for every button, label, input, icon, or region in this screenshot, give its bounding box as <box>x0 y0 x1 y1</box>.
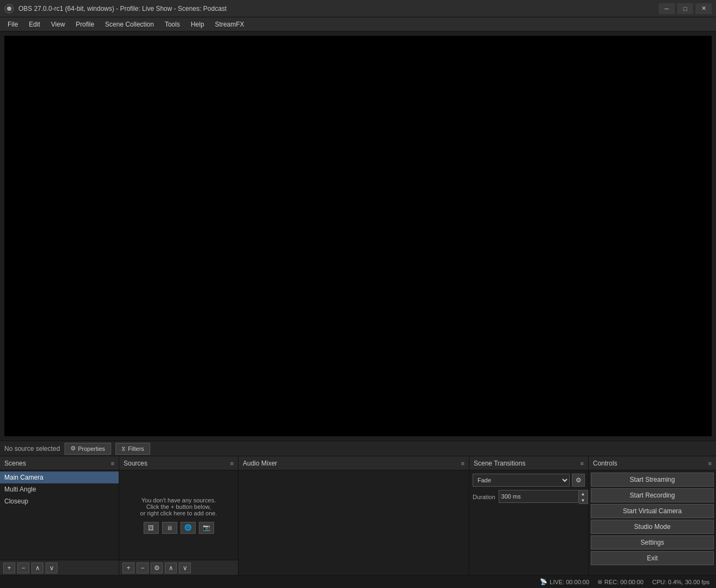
status-bar: 📡 LIVE: 00:00:00 REC: 00:00:00 CPU: 0.4%… <box>0 575 716 588</box>
app-icon <box>4 4 14 14</box>
window-controls: ─ □ ✕ <box>659 3 712 14</box>
live-status: 📡 LIVE: 00:00:00 <box>540 578 589 585</box>
rec-dot <box>598 580 602 584</box>
duration-label: Duration <box>473 494 495 500</box>
sources-type-icons: 🖼 🖥 🌐 📷 <box>144 522 214 534</box>
bottom-panel: No source selected ⚙ Properties ⧖ Filter… <box>0 441 716 588</box>
svg-point-1 <box>7 7 11 11</box>
properties-button[interactable]: ⚙ Properties <box>64 443 111 455</box>
gear-icon: ⚙ <box>70 445 76 452</box>
sources-down-button[interactable]: ∨ <box>179 563 191 573</box>
sources-panel-title: Sources <box>124 460 147 467</box>
menu-help[interactable]: Help <box>185 17 210 31</box>
window-title: OBS 27.0.0-rc1 (64-bit, windows) - Profi… <box>18 5 659 12</box>
duration-input[interactable] <box>499 490 579 503</box>
rec-status: REC: 00:00:00 <box>598 579 643 585</box>
camera-source-icon: 📷 <box>199 522 214 534</box>
cpu-status: CPU: 0.4%, 30.00 fps <box>652 579 709 585</box>
filter-icon: ⧖ <box>121 445 126 452</box>
source-status-bar: No source selected ⚙ Properties ⧖ Filter… <box>0 441 716 456</box>
sources-empty-text: You don't have any sources. Click the + … <box>140 497 217 516</box>
scene-transitions-panel: Scene Transitions ≡ Fade ⚙ Duration <box>469 456 589 575</box>
start-virtual-camera-button[interactable]: Start Virtual Camera <box>591 504 714 518</box>
scene-transitions-title: Scene Transitions <box>474 460 525 467</box>
scenes-panel-footer: + − ∧ ∨ <box>0 560 119 575</box>
controls-panel-header: Controls ≡ <box>589 456 716 470</box>
start-recording-button[interactable]: Start Recording <box>591 488 714 502</box>
scene-item-main-camera[interactable]: Main Camera <box>0 471 119 483</box>
audio-menu-icon[interactable]: ≡ <box>461 460 465 467</box>
scenes-panel-icons: ≡ <box>111 460 114 467</box>
scene-transitions-content: Fade ⚙ Duration ▲ ▼ <box>469 470 588 575</box>
scenes-up-button[interactable]: ∧ <box>31 563 43 573</box>
live-icon: 📡 <box>540 578 547 585</box>
sources-panel: Sources ≡ You don't have any sources. Cl… <box>119 456 238 575</box>
scenes-menu-icon[interactable]: ≡ <box>111 460 114 467</box>
exit-button[interactable]: Exit <box>591 551 714 565</box>
scene-item-multi-angle[interactable]: Multi Angle <box>0 483 119 495</box>
title-bar: OBS 27.0.0-rc1 (64-bit, windows) - Profi… <box>0 0 716 17</box>
sources-settings-button[interactable]: ⚙ <box>151 563 163 573</box>
menu-streamfx[interactable]: StreamFX <box>210 17 250 31</box>
transition-gear-button[interactable]: ⚙ <box>572 474 585 487</box>
display-source-icon: 🖥 <box>162 522 177 534</box>
web-source-icon: 🌐 <box>180 522 196 534</box>
duration-row: Duration ▲ ▼ <box>473 490 585 504</box>
scene-transitions-header: Scene Transitions ≡ <box>469 456 588 470</box>
duration-down-button[interactable]: ▼ <box>579 497 588 503</box>
controls-menu-icon[interactable]: ≡ <box>708 460 712 467</box>
menu-file[interactable]: File <box>2 17 23 31</box>
sources-add-button[interactable]: + <box>122 563 134 573</box>
controls-panel: Controls ≡ Start Streaming Start Recordi… <box>589 456 716 575</box>
scenes-add-button[interactable]: + <box>3 563 15 573</box>
settings-button[interactable]: Settings <box>591 535 714 550</box>
menu-scene-collection[interactable]: Scene Collection <box>100 17 159 31</box>
studio-mode-button[interactable]: Studio Mode <box>591 520 714 534</box>
scenes-down-button[interactable]: ∨ <box>46 563 57 573</box>
sources-up-button[interactable]: ∧ <box>165 563 177 573</box>
scenes-panel: Scenes ≡ Main Camera Multi Angle Closeup… <box>0 456 119 575</box>
audio-mixer-panel: Audio Mixer ≡ <box>238 456 469 575</box>
duration-spinner: ▲ ▼ <box>579 490 588 504</box>
menu-bar: File Edit View Profile Scene Collection … <box>0 17 716 31</box>
maximize-button[interactable]: □ <box>677 3 693 14</box>
preview-canvas <box>4 36 712 436</box>
image-source-icon: 🖼 <box>144 522 159 534</box>
transitions-menu-icon[interactable]: ≡ <box>580 460 584 467</box>
panels-row: Scenes ≡ Main Camera Multi Angle Closeup… <box>0 456 716 575</box>
live-timer: LIVE: 00:00:00 <box>550 579 589 585</box>
sources-menu-icon[interactable]: ≡ <box>230 460 234 467</box>
menu-view[interactable]: View <box>46 17 70 31</box>
close-button[interactable]: ✕ <box>695 3 712 14</box>
no-source-label: No source selected <box>4 445 60 453</box>
fade-select-row: Fade ⚙ <box>473 474 585 487</box>
transition-type-select[interactable]: Fade <box>473 474 570 487</box>
cpu-text: CPU: 0.4%, 30.00 fps <box>652 579 709 585</box>
rec-timer: REC: 00:00:00 <box>604 579 643 585</box>
scenes-panel-title: Scenes <box>4 460 26 467</box>
sources-empty-content[interactable]: You don't have any sources. Click the + … <box>119 470 238 560</box>
sources-remove-button[interactable]: − <box>137 563 149 573</box>
filters-button[interactable]: ⧖ Filters <box>115 443 150 455</box>
scenes-panel-header: Scenes ≡ <box>0 456 119 470</box>
controls-content: Start Streaming Start Recording Start Vi… <box>589 470 716 575</box>
menu-profile[interactable]: Profile <box>70 17 100 31</box>
audio-mixer-header: Audio Mixer ≡ <box>238 456 469 470</box>
menu-tools[interactable]: Tools <box>159 17 185 31</box>
audio-mixer-title: Audio Mixer <box>243 460 277 467</box>
scenes-list: Main Camera Multi Angle Closeup <box>0 470 119 560</box>
menu-edit[interactable]: Edit <box>23 17 46 31</box>
scenes-remove-button[interactable]: − <box>17 563 29 573</box>
sources-panel-header: Sources ≡ <box>119 456 238 470</box>
minimize-button[interactable]: ─ <box>659 3 675 14</box>
duration-up-button[interactable]: ▲ <box>579 490 588 497</box>
scene-item-closeup[interactable]: Closeup <box>0 495 119 507</box>
controls-panel-title: Controls <box>593 460 617 467</box>
sources-panel-footer: + − ⚙ ∧ ∨ <box>119 560 238 575</box>
audio-mixer-content <box>238 470 469 575</box>
start-streaming-button[interactable]: Start Streaming <box>591 473 714 487</box>
